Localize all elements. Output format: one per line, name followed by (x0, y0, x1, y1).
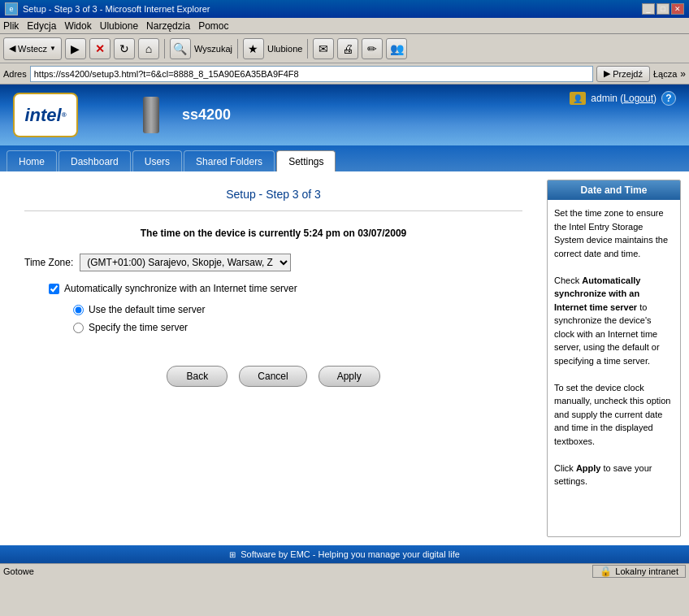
nav-tabs: Home Dashboard Users Shared Folders Sett… (0, 145, 689, 171)
logout-link[interactable]: Logout (623, 93, 653, 104)
links-expand-icon: » (680, 68, 686, 80)
auto-sync-checkbox[interactable] (49, 284, 59, 294)
sidebar-help-title: Date and Time (548, 180, 680, 200)
favorites-label: Ulubione (267, 44, 302, 54)
help-para-4: Click Apply to save your settings. (554, 462, 674, 488)
menu-plik[interactable]: Plik (3, 20, 19, 32)
button-row: Back Cancel Apply (24, 358, 522, 403)
ie-icon: e (5, 2, 18, 15)
intel-logo-tm: ® (62, 111, 67, 119)
user-info: admin (Logout) (591, 93, 656, 104)
back-button[interactable]: ◀ Wstecz ▼ (3, 37, 62, 60)
print-button[interactable]: 🖨 (337, 38, 358, 59)
help-para-2: Check Automatically synchronize with an … (554, 274, 674, 368)
intel-logo: intel® (13, 93, 78, 137)
menu-bar: Plik Edycja Widok Ulubione Narzędzia Pom… (0, 18, 689, 34)
tab-shared-folders[interactable]: Shared Folders (184, 150, 275, 171)
title-bar-left: e Setup - Step 3 of 3 - Microsoft Intern… (5, 2, 210, 15)
app-header: intel® ss4200 👤 admin (Logout) ? (0, 85, 689, 145)
back-form-button[interactable]: Back (167, 366, 228, 387)
minimize-button[interactable]: _ (642, 3, 655, 15)
search-glass-icon[interactable]: 🔍 (170, 38, 191, 59)
sidebar-help: Date and Time Set the time zone to ensur… (547, 180, 681, 537)
lock-icon: 🔒 (600, 566, 612, 577)
apply-button[interactable]: Apply (318, 366, 380, 387)
forward-button[interactable]: ▶ (65, 38, 86, 59)
intel-logo-text: intel (24, 105, 61, 125)
mail-button[interactable]: ✉ (313, 38, 334, 59)
go-button[interactable]: ▶ Przejdź (596, 66, 650, 82)
back-arrow-icon: ◀ (9, 43, 15, 54)
go-arrow-icon: ▶ (604, 68, 610, 79)
menu-edycja[interactable]: Edycja (27, 20, 56, 32)
device-image (143, 97, 159, 133)
radio-group: Use the default time server Specify the … (73, 304, 522, 333)
specify-server-radio[interactable] (73, 323, 84, 333)
address-input[interactable] (30, 66, 594, 82)
people-button[interactable]: 👥 (386, 38, 407, 59)
footer-icon: ⊞ (229, 550, 236, 559)
default-server-label: Use the default time server (89, 304, 205, 315)
separator-3 (307, 39, 308, 59)
menu-ulubione[interactable]: Ulubione (100, 20, 138, 32)
cancel-button[interactable]: Cancel (239, 366, 306, 387)
default-server-row: Use the default time server (73, 304, 522, 315)
address-bar: Adres ▶ Przejdź Łącza » (0, 63, 689, 85)
close-button[interactable]: ✕ (671, 3, 684, 15)
toolbar: ◀ Wstecz ▼ ▶ ✕ ↻ ⌂ 🔍 Wyszukaj ★ Ulubione… (0, 34, 689, 63)
help-para-1: Set the time zone to ensure the Intel En… (554, 206, 674, 260)
device-name: ss4200 (182, 106, 231, 124)
default-server-radio[interactable] (73, 305, 84, 315)
back-dropdown-icon: ▼ (50, 45, 56, 52)
auto-sync-label: Automatically synchronize with an Intern… (64, 283, 297, 294)
separator-1 (164, 39, 165, 59)
sidebar-help-content: Set the time zone to ensure the Intel En… (548, 200, 680, 509)
tab-home[interactable]: Home (6, 150, 57, 171)
auto-sync-row: Automatically synchronize with an Intern… (49, 283, 522, 294)
address-label: Adres (3, 69, 27, 79)
links-label[interactable]: Łącza (653, 69, 677, 79)
help-button[interactable]: ? (661, 91, 676, 106)
user-icon: 👤 (570, 92, 586, 105)
stop-button[interactable]: ✕ (89, 38, 110, 59)
status-right: 🔒 Lokalny intranet (592, 565, 686, 578)
menu-pomoc[interactable]: Pomoc (198, 20, 228, 32)
menu-widok[interactable]: Widok (64, 20, 91, 32)
zone-text: Lokalny intranet (615, 566, 678, 576)
home-button[interactable]: ⌂ (138, 38, 159, 59)
favorites-star-icon[interactable]: ★ (243, 38, 264, 59)
footer-text: Software by EMC - Helping you manage you… (240, 549, 460, 559)
edit-button[interactable]: ✏ (362, 38, 383, 59)
header-right: 👤 admin (Logout) ? (570, 91, 676, 106)
page-title: Setup - Step 3 of 3 (24, 188, 522, 201)
main-form: Setup - Step 3 of 3 The time on the devi… (0, 171, 547, 545)
user-name: admin ( (591, 93, 623, 104)
tab-settings[interactable]: Settings (276, 150, 336, 171)
title-bar: e Setup - Step 3 of 3 - Microsoft Intern… (0, 0, 689, 18)
window-controls[interactable]: _ □ ✕ (642, 3, 684, 15)
title-divider (24, 210, 522, 211)
help-para-3: To set the device clock manually, unchec… (554, 381, 674, 449)
security-panel: 🔒 Lokalny intranet (592, 565, 686, 578)
page-content: Setup - Step 3 of 3 The time on the devi… (0, 171, 689, 545)
restore-button[interactable]: □ (656, 3, 670, 15)
timezone-row: Time Zone: (GMT+01:00) Sarajevo, Skopje,… (24, 254, 522, 271)
timezone-label: Time Zone: (24, 257, 73, 268)
current-time-text: The time on the device is currently 5:24… (24, 228, 522, 239)
specify-server-row: Specify the time server (73, 322, 522, 333)
app-footer: ⊞ Software by EMC - Helping you manage y… (0, 545, 689, 563)
search-label: Wyszukaj (194, 44, 232, 54)
menu-narzedzia[interactable]: Narzędzia (146, 20, 190, 32)
tab-users[interactable]: Users (132, 150, 182, 171)
window-title: Setup - Step 3 of 3 - Microsoft Internet… (23, 4, 210, 14)
refresh-button[interactable]: ↻ (114, 38, 135, 59)
separator-2 (237, 39, 238, 59)
specify-server-label: Specify the time server (89, 322, 188, 333)
status-bar: Gotowe 🔒 Lokalny intranet (0, 563, 689, 578)
status-text: Gotowe (3, 566, 589, 576)
timezone-select[interactable]: (GMT+01:00) Sarajevo, Skopje, Warsaw, Z (80, 254, 291, 271)
tab-dashboard[interactable]: Dashboard (58, 150, 131, 171)
